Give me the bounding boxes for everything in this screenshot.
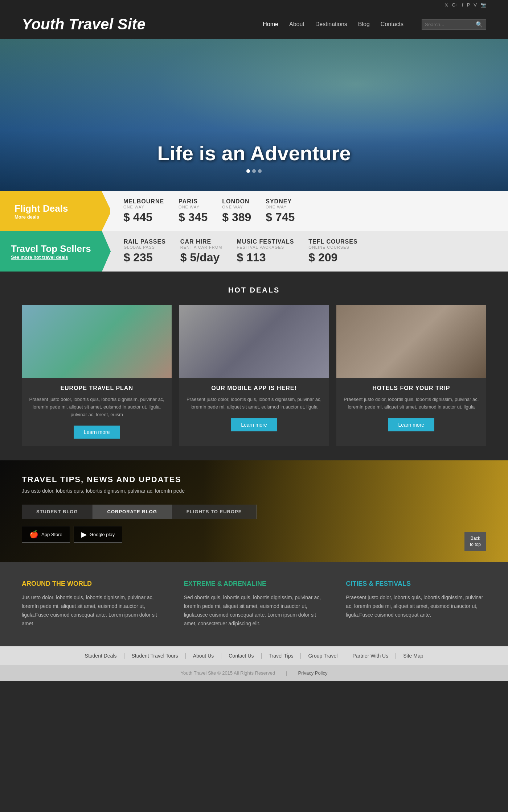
seller-sub-car: RENT A CAR FROM	[180, 245, 222, 249]
app-buttons: 🍎 App Store ▶ Google play	[22, 526, 486, 543]
slider-dot-3[interactable]	[258, 169, 262, 173]
seller-price-rail: $ 235	[124, 251, 166, 264]
blog-content: TRAVEL TIPS, NEWS AND UPDATES Jus usto d…	[0, 460, 508, 557]
deal-card-mobile-title: OUR MOBILE APP IS HERE!	[186, 385, 321, 392]
city-name-paris: PARIS	[179, 198, 208, 205]
city-name-sydney: SYDNEY	[266, 198, 295, 205]
cat-text-cities: Praesent justo dolor, lobortis quis, lob…	[346, 593, 486, 619]
more-deals-link[interactable]: More deals	[15, 214, 87, 220]
cat-text-extreme: Sed obortis quis, lobortis quis, loborti…	[184, 593, 324, 628]
slider-dot-1[interactable]	[246, 169, 250, 173]
search-box[interactable]: 🔍	[422, 19, 486, 30]
seller-sub-rail: GLOBAL PASS	[124, 245, 166, 249]
deal-card-mobile-text: Praesent justo dolor, lobortis quis, lob…	[186, 396, 321, 411]
city-type-melbourne: ONE WAY	[123, 205, 164, 209]
deal-card-hotels: HOTELS FOR YOUR TRIP Praesent justo dolo…	[336, 305, 486, 446]
deal-card-mobile-btn[interactable]: Learn more	[231, 418, 277, 431]
deal-card-hotels-btn[interactable]: Learn more	[388, 418, 435, 431]
cat-title-around-world: AROUND THE WORLD	[22, 580, 162, 588]
category-cities: CITIES & FESTIVALS Praesent justo dolor,…	[346, 580, 486, 628]
copyright-text: Youth Travel Site © 2015 All Rights Rese…	[181, 670, 275, 676]
footer-link-partner[interactable]: Partner With Us	[345, 653, 396, 659]
nav-contacts[interactable]: Contacts	[381, 21, 403, 28]
slider-dot-2[interactable]	[252, 169, 256, 173]
deal-card-hotels-text: Praesent justo dolor, lobortis quis, lob…	[344, 396, 479, 411]
tab-corporate-blog[interactable]: CORPORATE BLOG	[93, 505, 172, 519]
seller-sub-tefl: ONLINE COURSES	[308, 245, 357, 249]
footer-link-travel-tips[interactable]: Travel Tips	[262, 653, 301, 659]
deals-cards: EUROPE TRAVEL PLAN Praesent justo dolor,…	[22, 305, 486, 446]
deal-card-mobile-image	[179, 305, 329, 378]
seller-name-rail: RAIL PASSES	[124, 239, 166, 245]
nav-destinations[interactable]: Destinations	[315, 21, 347, 28]
footer-link-contact-us[interactable]: Contact Us	[221, 653, 261, 659]
cat-title-extreme: EXTREME & ADRENALINE	[184, 580, 324, 588]
city-deal-melbourne: MELBOURNE ONE WAY $ 445	[123, 198, 164, 224]
cat-title-cities: CITIES & FESTIVALS	[346, 580, 486, 588]
city-name-london: LONDON	[222, 198, 251, 205]
deal-card-europe-text: Praesent justo dolor, lobortis quis, lob…	[29, 396, 164, 418]
hot-deals-title: HOT DEALS	[22, 286, 486, 294]
seller-music-festivals: MUSIC FESTIVALS FESTIVAL PACKAGES $ 113	[237, 239, 294, 264]
android-icon: ▶	[81, 530, 87, 539]
deal-card-europe-btn[interactable]: Learn more	[74, 426, 120, 439]
blog-title: TRAVEL TIPS, NEWS AND UPDATES	[22, 475, 486, 484]
footer-link-about-us[interactable]: About Us	[186, 653, 222, 659]
nav-home[interactable]: Home	[263, 21, 278, 28]
city-price-paris: $ 345	[179, 211, 208, 224]
deal-card-europe-image	[22, 305, 172, 378]
blog-section: TRAVEL TIPS, NEWS AND UPDATES Jus usto d…	[0, 460, 508, 562]
vimeo-icon[interactable]: V	[474, 2, 477, 8]
privacy-policy-link[interactable]: Privacy Policy	[298, 670, 328, 676]
flight-deals-section: Flight Deals More deals MELBOURNE ONE WA…	[0, 191, 508, 231]
footer-link-group-travel[interactable]: Group Travel	[301, 653, 345, 659]
deal-card-europe-title: EUROPE TRAVEL PLAN	[29, 385, 164, 392]
deal-card-hotels-image	[336, 305, 486, 378]
google-play-button[interactable]: ▶ Google play	[74, 526, 122, 543]
city-deal-paris: PARIS ONE WAY $ 345	[179, 198, 208, 224]
instagram-icon[interactable]: 📷	[480, 2, 486, 8]
deal-card-europe-body: EUROPE TRAVEL PLAN Praesent justo dolor,…	[22, 378, 172, 446]
google-plus-icon[interactable]: G+	[452, 2, 458, 8]
footer-link-student-tours[interactable]: Student Travel Tours	[124, 653, 186, 659]
city-price-sydney: $ 745	[266, 211, 295, 224]
nav-blog[interactable]: Blog	[358, 21, 370, 28]
footer-link-site-map[interactable]: Site Map	[396, 653, 430, 659]
category-extreme: EXTREME & ADRENALINE Sed obortis quis, l…	[184, 580, 324, 628]
tab-student-blog[interactable]: STUDENT BLOG	[22, 505, 93, 519]
seller-name-music: MUSIC FESTIVALS	[237, 239, 294, 245]
app-store-button[interactable]: 🍎 App Store	[22, 526, 70, 543]
pinterest-icon[interactable]: P	[467, 2, 470, 8]
city-type-paris: ONE WAY	[179, 205, 208, 209]
site-logo[interactable]: Youth Travel Site	[22, 16, 263, 33]
search-icon[interactable]: 🔍	[476, 21, 483, 28]
footer-nav: Student Deals Student Travel Tours About…	[0, 646, 508, 665]
tab-flights-europe[interactable]: FLIGHTS TO EUROPE	[172, 505, 257, 519]
blog-tabs: STUDENT BLOG CORPORATE BLOG FLIGHTS TO E…	[22, 505, 486, 519]
hero-text: Life is an Adventure	[157, 141, 351, 173]
header: Youth Travel Site Home About Destination…	[0, 10, 508, 39]
deal-card-hotels-title: HOTELS FOR YOUR TRIP	[344, 385, 479, 392]
footer-link-student-deals[interactable]: Student Deals	[78, 653, 124, 659]
app-store-label: App Store	[41, 532, 62, 537]
city-deal-sydney: SYDNEY ONE WAY $ 745	[266, 198, 295, 224]
facebook-icon[interactable]: f	[462, 2, 463, 8]
city-price-london: $ 389	[222, 211, 251, 224]
hero-banner: Life is an Adventure	[0, 39, 508, 191]
nav-about[interactable]: About	[289, 21, 304, 28]
twitter-icon[interactable]: 𝕏	[444, 2, 448, 8]
search-input[interactable]	[425, 22, 476, 27]
seller-price-music: $ 113	[237, 251, 294, 264]
social-bar: 𝕏 G+ f P V 📷	[0, 0, 508, 10]
deal-card-hotels-body: HOTELS FOR YOUR TRIP Praesent justo dolo…	[336, 378, 486, 439]
main-nav: Home About Destinations Blog Contacts 🔍	[263, 19, 486, 30]
hero-slider-dots	[157, 169, 351, 173]
deal-card-mobile: OUR MOBILE APP IS HERE! Praesent justo d…	[179, 305, 329, 446]
city-price-melbourne: $ 445	[123, 211, 164, 224]
top-sellers-label: Travel Top Sellers See more hot travel d…	[0, 231, 102, 272]
deal-card-mobile-body: OUR MOBILE APP IS HERE! Praesent justo d…	[179, 378, 329, 439]
see-more-deals-link[interactable]: See more hot travel deals	[11, 254, 91, 260]
cat-text-around-world: Jus usto dolor, lobortis quis, lobortis …	[22, 593, 162, 628]
category-around-world: AROUND THE WORLD Jus usto dolor, loborti…	[22, 580, 162, 628]
seller-car-hire: CAR HIRE RENT A CAR FROM $ 5/day	[180, 239, 222, 264]
